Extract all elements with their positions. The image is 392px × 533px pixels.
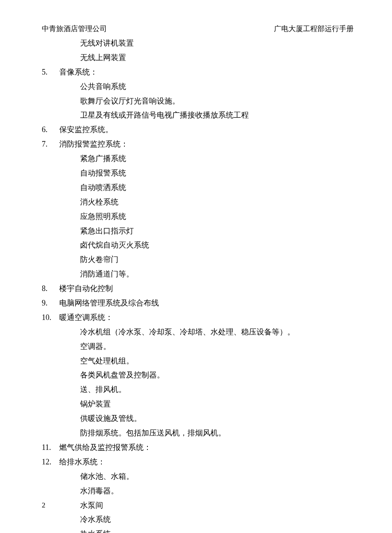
list-sub-item: 冷水系统 bbox=[42, 513, 357, 527]
list-sub-item: 空气处理机组。 bbox=[42, 354, 357, 369]
list-sub-item: 紧急出口指示灯 bbox=[42, 224, 357, 239]
list-sub-item: 应急照明系统 bbox=[42, 210, 357, 224]
list-sub-item: 防排烟系统。包括加压送风机，排烟风机。 bbox=[42, 426, 357, 441]
list-item: 12. 给排水系统： bbox=[42, 455, 357, 470]
list-sub-item: 防火卷帘门 bbox=[42, 253, 357, 267]
list-item: 6. 保安监控系统。 bbox=[42, 123, 357, 137]
list-number: 7. bbox=[42, 137, 57, 152]
list-sub-item: 无线上网装置 bbox=[42, 51, 357, 65]
list-sub-item: 自动报警系统 bbox=[42, 166, 357, 181]
document-body: 无线对讲机装置 无线上网装置 5. 音像系统： 公共音响系统 歌舞厅会议厅灯光音… bbox=[42, 36, 357, 533]
list-label: 给排水系统： bbox=[59, 455, 105, 470]
list-item: 9. 电脑网络管理系统及综合布线 bbox=[42, 296, 357, 311]
list-sub-item: 无线对讲机装置 bbox=[42, 36, 357, 51]
list-sub-item: 歌舞厅会议厅灯光音响设施。 bbox=[42, 94, 357, 109]
list-sub-item: 热水系统 bbox=[42, 527, 357, 533]
list-sub-item: 消防通道门等。 bbox=[42, 267, 357, 282]
list-sub-item: 消火栓系统 bbox=[42, 195, 357, 210]
list-item: 10. 暖通空调系统： bbox=[42, 311, 357, 325]
list-sub-item: 卤代烷自动灭火系统 bbox=[42, 238, 357, 253]
list-sub-item: 送、排风机。 bbox=[42, 383, 357, 397]
list-sub-item: 储水池、水箱。 bbox=[42, 470, 357, 484]
page-number: 2 bbox=[42, 501, 46, 510]
list-item: 5. 音像系统： bbox=[42, 65, 357, 80]
list-sub-item: 卫星及有线或开路信号电视广播接收播放系统工程 bbox=[42, 108, 357, 123]
list-sub-item: 冷水机组（冷水泵、冷却泵、冷却塔、水处理、稳压设备等）。 bbox=[42, 325, 357, 340]
list-label: 暖通空调系统： bbox=[59, 311, 113, 325]
list-number: 5. bbox=[42, 65, 57, 80]
document-page: 中青旅酒店管理公司 广电大厦工程部运行手册 无线对讲机装置 无线上网装置 5. … bbox=[0, 0, 392, 533]
list-item: 8. 楼宇自动化控制 bbox=[42, 282, 357, 296]
list-sub-item: 锅炉装置 bbox=[42, 397, 357, 412]
list-number: 11. bbox=[42, 441, 57, 455]
list-sub-item: 各类风机盘管及控制器。 bbox=[42, 368, 357, 383]
header-left: 中青旅酒店管理公司 bbox=[42, 24, 107, 34]
list-label: 消防报警监控系统： bbox=[59, 137, 128, 152]
list-sub-item: 水泵间 bbox=[42, 498, 357, 513]
list-number: 8. bbox=[42, 282, 57, 296]
list-item: 11. 燃气供给及监控报警系统： bbox=[42, 441, 357, 455]
list-sub-item: 空调器。 bbox=[42, 340, 357, 354]
list-sub-item: 水消毒器。 bbox=[42, 484, 357, 498]
list-sub-item: 自动喷洒系统 bbox=[42, 181, 357, 195]
list-number: 6. bbox=[42, 123, 57, 137]
list-sub-item: 公共音响系统 bbox=[42, 80, 357, 94]
list-label: 保安监控系统。 bbox=[59, 123, 113, 137]
list-number: 10. bbox=[42, 311, 57, 325]
list-label: 楼宇自动化控制 bbox=[59, 282, 113, 296]
list-sub-item: 供暖设施及管线。 bbox=[42, 412, 357, 426]
list-number: 12. bbox=[42, 455, 57, 470]
list-number: 9. bbox=[42, 296, 57, 311]
header-right: 广电大厦工程部运行手册 bbox=[274, 24, 354, 34]
list-label: 燃气供给及监控报警系统： bbox=[59, 441, 151, 455]
list-item: 7. 消防报警监控系统： bbox=[42, 137, 357, 152]
list-sub-item: 紧急广播系统 bbox=[42, 152, 357, 166]
list-label: 音像系统： bbox=[59, 65, 98, 80]
list-label: 电脑网络管理系统及综合布线 bbox=[59, 296, 159, 311]
